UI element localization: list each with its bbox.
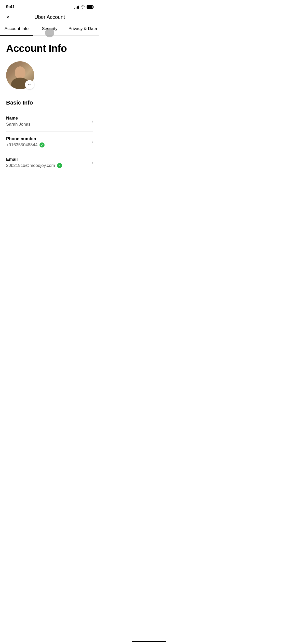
pencil-icon: ✏ [28, 82, 31, 87]
phone-label: Phone number [6, 136, 92, 141]
checkmark-icon: ✓ [41, 143, 43, 147]
content-area: Account Info ✏ Basic Info Name Sarah Jon… [0, 36, 99, 173]
phone-value: +916355048844 ✓ [6, 142, 92, 148]
signal-icon [74, 5, 79, 9]
email-value: 20b219cb@moodjoy.com ✓ [6, 163, 92, 168]
phone-row-content: Phone number +916355048844 ✓ [6, 136, 92, 148]
basic-info-section: Basic Info Name Sarah Jonas › Phone numb… [6, 99, 93, 173]
email-label: Email [6, 157, 92, 162]
tab-indicator [45, 28, 54, 37]
name-label: Name [6, 116, 92, 121]
status-icons [74, 5, 93, 9]
header: × Uber Account [0, 12, 99, 23]
page-title: Account Info [6, 43, 93, 54]
page-header-title: Uber Account [34, 14, 65, 20]
checkmark-icon: ✓ [58, 164, 61, 167]
tabs-container: Account Info Security Privacy & Data [0, 23, 99, 36]
basic-info-title: Basic Info [6, 99, 93, 106]
tab-privacy-data[interactable]: Privacy & Data [66, 23, 99, 35]
wifi-icon [80, 5, 85, 9]
status-bar: 9:41 [0, 0, 99, 12]
phone-chevron-icon: › [92, 139, 93, 145]
phone-row[interactable]: Phone number +916355048844 ✓ › [6, 132, 93, 152]
tab-account-info[interactable]: Account Info [0, 23, 33, 35]
edit-photo-button[interactable]: ✏ [25, 80, 34, 89]
name-value: Sarah Jonas [6, 122, 92, 127]
status-time: 9:41 [6, 4, 15, 9]
name-row-content: Name Sarah Jonas [6, 116, 92, 127]
name-chevron-icon: › [92, 119, 93, 124]
battery-icon [87, 5, 93, 9]
email-chevron-icon: › [92, 160, 93, 165]
email-row[interactable]: Email 20b219cb@moodjoy.com ✓ › [6, 152, 93, 173]
close-button[interactable]: × [5, 13, 10, 21]
phone-verified-badge: ✓ [39, 142, 45, 148]
email-verified-badge: ✓ [57, 163, 62, 168]
profile-photo-wrapper: ✏ [6, 61, 34, 89]
email-row-content: Email 20b219cb@moodjoy.com ✓ [6, 157, 92, 168]
name-row[interactable]: Name Sarah Jonas › [6, 111, 93, 132]
profile-photo-section: ✏ [6, 61, 93, 90]
tab-security[interactable]: Security [33, 23, 66, 35]
